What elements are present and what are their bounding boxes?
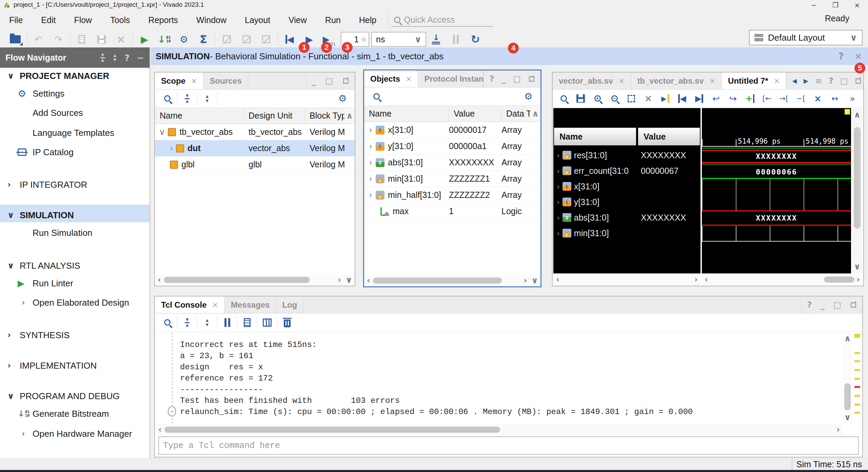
minimize-panel-icon[interactable] [137, 53, 144, 63]
menu-file[interactable]: File [0, 9, 32, 30]
panel-settings-button[interactable] [520, 89, 536, 104]
scroll-up-icon[interactable] [852, 110, 863, 120]
search-button[interactable] [368, 89, 384, 104]
tcl-console-output[interactable]: Incorrect res at time 515ns: a = 23, b =… [156, 332, 843, 424]
objects-hscrollbar[interactable] [365, 275, 529, 286]
expander-closed-icon[interactable] [369, 190, 372, 200]
help-icon[interactable] [807, 300, 812, 310]
sidebar-section-project-manager[interactable]: PROJECT MANAGER [0, 66, 150, 85]
wave-signal-err-count[interactable]: err_count[31:000000067 [553, 163, 701, 179]
sim-relaunch-button[interactable] [466, 32, 485, 47]
close-simulation-icon[interactable] [854, 51, 862, 61]
sidebar-section-synthesis[interactable]: SYNTHESIS [0, 326, 150, 345]
expander-closed-icon[interactable] [369, 125, 372, 135]
next-transition-button[interactable] [691, 91, 707, 106]
expand-all-button[interactable] [199, 315, 215, 330]
tab-objects[interactable]: Objects [364, 70, 418, 87]
sidebar-item-language-templates[interactable]: Language Templates [0, 123, 150, 142]
undo-button[interactable] [29, 32, 48, 47]
zoom-out-button[interactable]: − [606, 91, 623, 106]
wave-column-value[interactable]: Value [638, 128, 700, 145]
tab-tcl-console[interactable]: Tcl Console [155, 296, 225, 313]
settings-toolbar-button[interactable] [174, 32, 194, 47]
help-icon[interactable] [125, 53, 130, 63]
crosshair-off-button[interactable] [640, 91, 656, 106]
tab-untitled-7[interactable]: Untitled 7* [722, 73, 786, 89]
previous-transition-button[interactable] [674, 91, 690, 106]
sim-step-button[interactable] [426, 32, 446, 47]
close-icon[interactable] [191, 77, 197, 85]
sidebar-item-run-linter[interactable]: Run Linter [0, 274, 150, 293]
column-name[interactable]: Name [155, 108, 244, 124]
object-row-x[interactable]: Ix[31:0] 00000017 Array [364, 122, 540, 138]
tab-protocol-instances[interactable]: Protocol Instanc [418, 70, 484, 87]
tab-sources[interactable]: Sources [203, 73, 248, 89]
scroll-up-icon[interactable] [344, 108, 355, 123]
tab-list-icon[interactable] [815, 76, 822, 86]
column-design-unit[interactable]: Design Unit [244, 108, 305, 124]
expand-all-icon[interactable] [113, 53, 117, 62]
help-icon[interactable] [489, 74, 494, 84]
object-row-max[interactable]: max 1 Logic [364, 203, 540, 220]
toggle-columns-button[interactable] [259, 315, 275, 330]
expander-closed-icon[interactable] [369, 174, 372, 184]
sidebar-item-run-simulation[interactable]: Run Simulation [0, 223, 150, 242]
maximize-panel-icon[interactable] [840, 76, 848, 86]
sidebar-section-simulation[interactable]: SIMULATION [0, 206, 150, 225]
scope-row-dut[interactable]: dut vector_abs Verilog M [155, 140, 355, 157]
more-tools-button[interactable] [844, 91, 861, 106]
wave-vscrollbar[interactable] [852, 108, 863, 273]
close-icon[interactable] [618, 77, 625, 85]
wave-signal-res[interactable]: res[31:0]XXXXXXXX [553, 147, 701, 163]
save-waveform-button[interactable] [572, 91, 589, 106]
tab-scroll-left-icon[interactable] [792, 77, 797, 84]
tab-messages[interactable]: Messages [225, 296, 276, 313]
wave-signal-abs[interactable]: 0abs[31:0]XXXXXXXX [553, 210, 701, 225]
layout-selector[interactable]: Default Layout [749, 30, 863, 45]
help-icon[interactable] [839, 51, 844, 61]
scroll-down-icon[interactable] [843, 413, 852, 422]
sidebar-section-rtl-analysis[interactable]: RTL ANALYSIS [0, 256, 150, 275]
scroll-up-icon[interactable] [843, 334, 852, 343]
go-to-cursor-button[interactable] [657, 91, 673, 106]
collapse-all-button[interactable] [179, 91, 195, 106]
sidebar-section-program-and-debug[interactable]: PROGRAM AND DEBUG [0, 387, 150, 406]
search-button[interactable] [555, 91, 572, 106]
help-icon[interactable] [829, 76, 833, 86]
tcl-vscrollbar[interactable] [843, 332, 852, 424]
sidebar-section-implementation[interactable]: IMPLEMENTATION [0, 356, 150, 375]
scope-hscrollbar[interactable] [156, 275, 343, 285]
paste-button[interactable] [92, 32, 111, 47]
column-value[interactable]: Value [449, 106, 501, 122]
delete-button[interactable] [111, 32, 131, 47]
minimize-panel-icon[interactable] [821, 300, 825, 310]
tab-log[interactable]: Log [276, 296, 303, 313]
quick-access-search[interactable]: Quick Access [391, 14, 493, 27]
sidebar-section-ip-integrator[interactable]: IP INTEGRATOR [0, 175, 150, 194]
object-row-y[interactable]: Iy[31:0] 000000a1 Array [364, 138, 540, 155]
collapse-all-button[interactable] [179, 315, 195, 330]
window-restore-button[interactable] [825, 0, 846, 10]
float-panel-icon[interactable] [529, 76, 534, 82]
tab-scope[interactable]: Scope [155, 73, 203, 89]
expander-closed-icon[interactable] [369, 141, 372, 151]
report-sigma-button[interactable] [194, 32, 213, 47]
minimize-panel-icon[interactable] [501, 74, 506, 84]
copy-button[interactable] [239, 315, 255, 330]
menu-flow[interactable]: Flow [65, 9, 101, 30]
clear-console-button[interactable] [279, 315, 295, 330]
menu-help[interactable]: Help [350, 9, 386, 30]
menu-view[interactable]: View [279, 9, 316, 30]
window-close-button[interactable] [846, 0, 868, 10]
expander-closed-icon[interactable] [369, 158, 372, 167]
tab-scroll-right-icon[interactable] [804, 77, 808, 84]
menu-run[interactable]: Run [316, 9, 350, 30]
wave-signal-min[interactable]: min[31:0] [553, 225, 701, 241]
pause-output-button[interactable] [219, 315, 235, 330]
object-row-abs[interactable]: 0abs[31:0] XXXXXXXX Array [364, 155, 540, 171]
float-panel-icon[interactable] [851, 302, 856, 308]
close-icon[interactable] [406, 75, 412, 83]
open-project-button[interactable] [5, 32, 25, 47]
sim-time-unit-select[interactable]: ns [371, 32, 426, 47]
generate-bitstream-toolbar-button[interactable] [154, 32, 174, 47]
